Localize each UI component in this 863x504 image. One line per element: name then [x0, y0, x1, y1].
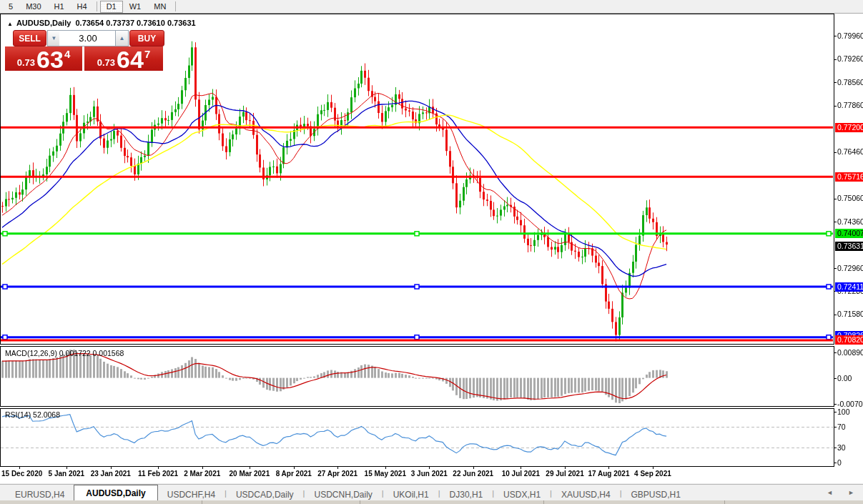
rsi-axis-tick: 0: [837, 458, 842, 468]
macd-axis-tick: 0.008904: [837, 348, 863, 357]
date-axis-label: 8 Apr 2021: [276, 470, 312, 478]
tabs-scroll-right-icon[interactable]: ►: [848, 489, 854, 496]
volume-up-button[interactable]: ▲: [115, 30, 129, 46]
date-axis-label: 5 Jan 2021: [49, 470, 85, 478]
date-axis-label: 17 Aug 2021: [588, 470, 629, 478]
price-level-label: 0.70820: [835, 335, 863, 345]
price-axis-tick: 0.78560: [837, 78, 863, 87]
price-axis-tick: 0.75060: [837, 194, 863, 203]
tab-eurusd-h4[interactable]: EURUSD,H4: [6, 485, 74, 501]
date-axis-label: 15 Dec 2020: [1, 470, 42, 478]
buy-price-big: 64: [117, 49, 144, 70]
timeframe-button-w1[interactable]: W1: [123, 1, 148, 13]
buy-button[interactable]: BUY: [129, 30, 164, 46]
sell-button[interactable]: SELL: [13, 30, 46, 46]
tabs-scroll-left-icon[interactable]: ◄: [827, 489, 833, 496]
date-axis-label: 22 Jun 2021: [453, 470, 493, 478]
price-axis-tick: 0.79260: [837, 54, 863, 64]
chart-canvas[interactable]: [0, 0, 863, 504]
price-level-label: 0.77200: [835, 123, 863, 132]
tab-audusd-daily[interactable]: AUDUSD,Daily: [74, 485, 157, 501]
symbol-tab-bar: EURUSD,H4AUDUSD,DailyUSDCHF,H4|USDCAD,Da…: [0, 484, 863, 501]
date-axis-label: 10 Jul 2021: [502, 470, 540, 478]
price-axis-tick: 0.77860: [837, 101, 863, 110]
date-axis-label: 15 May 2021: [365, 470, 406, 478]
chart-title: ▲AUDUSD,Daily 0.73654 0.73737 0.73610 0.…: [7, 19, 196, 27]
timeframe-toolbar: 5M30H1H4D1W1MN: [0, 0, 863, 14]
date-axis-label: 2 Mar 2021: [184, 470, 220, 478]
toolbar-separator: [97, 1, 97, 11]
price-level-label: 0.72411: [835, 282, 863, 292]
sell-price-panel[interactable]: 0.73 63 4: [5, 46, 82, 71]
tab-usdcnh-daily[interactable]: USDCNH,Daily: [305, 485, 381, 501]
toolbar-separator: [175, 1, 176, 11]
status-bar: [0, 500, 863, 504]
rsi-axis-tick: 30: [837, 443, 846, 453]
tab-usdx-h1[interactable]: USDX,H1: [494, 485, 550, 501]
timeframe-button-d1[interactable]: D1: [100, 1, 123, 13]
price-level-label: 0.74007: [835, 229, 863, 238]
triangle-down-icon: ▼: [51, 35, 57, 41]
price-axis-tick: 0.76460: [837, 147, 863, 157]
buy-price-prefix: 0.73: [97, 57, 115, 68]
collapse-panel-icon[interactable]: ▲: [7, 21, 13, 27]
buy-price-panel[interactable]: 0.73 64 7: [84, 46, 163, 71]
date-axis-label: 20 Mar 2021: [230, 470, 270, 478]
statusbar-separator: [724, 500, 725, 504]
macd-axis-tick: 0.00: [837, 374, 852, 383]
timeframe-button-h1[interactable]: H1: [48, 1, 71, 13]
volume-box: [59, 30, 117, 46]
volume-input[interactable]: [59, 31, 117, 46]
timeframe-button-h4[interactable]: H4: [71, 1, 94, 13]
date-axis-label: 23 Jan 2021: [91, 470, 131, 478]
ohlc-values: 0.73654 0.73737 0.73610 0.73631: [75, 19, 195, 27]
tab-xauusd-h4[interactable]: XAUUSD,H4: [552, 485, 620, 501]
rsi-axis-tick: 100: [837, 407, 850, 417]
price-axis-tick: 0.72960: [837, 264, 863, 273]
sell-price-prefix: 0.73: [17, 57, 35, 68]
tab-gbpusd-h1[interactable]: GBPUSD,H1: [622, 485, 690, 501]
statusbar-separator: [202, 500, 202, 504]
one-click-trading-panel: SELL ▼ ▲ BUY 0.73 63 4 0.73 64 7: [5, 30, 164, 70]
price-axis-tick: 0.74360: [837, 217, 863, 227]
tab-usdchf-h4[interactable]: USDCHF,H4: [158, 485, 225, 501]
tab-dj30-h1[interactable]: DJ30,H1: [440, 485, 493, 501]
timeframe-button-m30[interactable]: M30: [19, 1, 47, 13]
timeframe-button-mn[interactable]: MN: [147, 1, 172, 13]
rsi-label: RSI(14) 52.0068: [5, 410, 60, 419]
buy-price-sup: 7: [144, 48, 150, 60]
timeframe-button-5[interactable]: 5: [2, 1, 19, 13]
date-axis-label: 27 Apr 2021: [317, 470, 357, 478]
statusbar-separator: [543, 500, 544, 504]
triangle-up-icon: ▲: [119, 35, 125, 41]
sell-price-sup: 4: [64, 48, 70, 60]
price-axis-tick: 0.71580: [837, 310, 863, 319]
price-axis-tick: 0.79960: [837, 31, 863, 41]
statusbar-separator: [360, 500, 360, 504]
price-level-label: 0.73631: [835, 242, 863, 251]
symbol-title: AUDUSD,Daily: [16, 19, 71, 27]
date-axis-label: 29 Jul 2021: [546, 470, 583, 478]
sell-price-big: 63: [36, 49, 64, 70]
tab-ukoil-h1[interactable]: UKOil,H1: [384, 485, 438, 501]
date-axis-label: 4 Sep 2021: [634, 470, 671, 478]
macd-label: MACD(12,26,9) 0.001722 0.001568: [5, 349, 124, 357]
date-axis-label: 11 Feb 2021: [138, 470, 178, 478]
tab-usdcad-daily[interactable]: USDCAD,Daily: [227, 485, 303, 501]
price-level-label: 0.75716: [835, 172, 863, 182]
date-axis-label: 3 Jun 2021: [411, 470, 448, 478]
rsi-axis-tick: 70: [837, 423, 846, 432]
